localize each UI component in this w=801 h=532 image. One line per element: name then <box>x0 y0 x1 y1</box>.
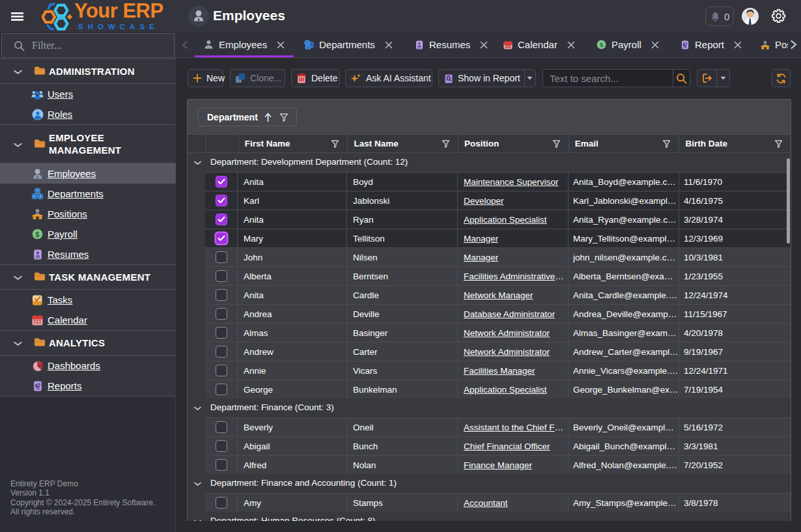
svg-text:$: $ <box>36 231 40 238</box>
svg-text:$: $ <box>600 42 604 48</box>
